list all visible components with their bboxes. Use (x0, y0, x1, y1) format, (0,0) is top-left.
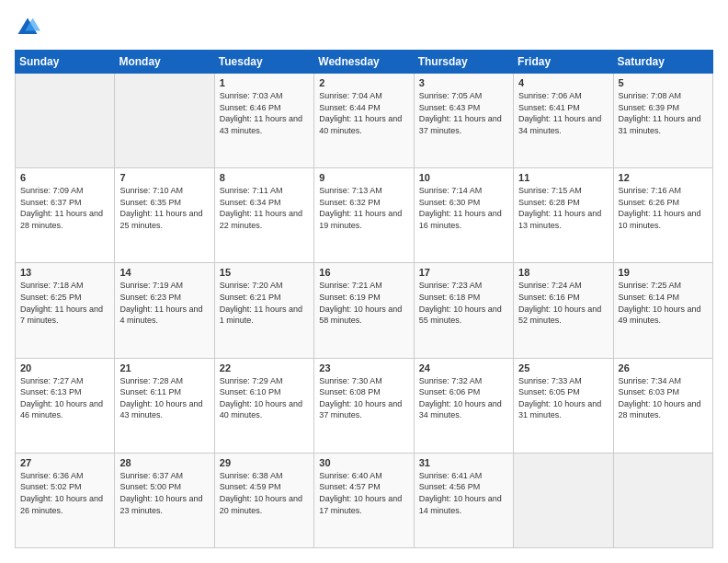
day-number: 25 (518, 362, 608, 373)
day-number: 22 (220, 362, 309, 373)
day-number: 3 (419, 77, 508, 88)
cell-content: Sunrise: 7:13 AM Sunset: 6:32 PM Dayligh… (319, 185, 408, 231)
calendar-cell: 24Sunrise: 7:32 AM Sunset: 6:06 PM Dayli… (414, 358, 513, 453)
calendar-cell: 26Sunrise: 7:34 AM Sunset: 6:03 PM Dayli… (613, 358, 712, 453)
cell-content: Sunrise: 7:15 AM Sunset: 6:28 PM Dayligh… (518, 185, 608, 231)
calendar-cell: 12Sunrise: 7:16 AM Sunset: 6:26 PM Dayli… (613, 168, 712, 263)
calendar-week-row: 13Sunrise: 7:18 AM Sunset: 6:25 PM Dayli… (16, 263, 713, 358)
calendar-header-monday: Monday (115, 51, 214, 74)
cell-content: Sunrise: 7:34 AM Sunset: 6:03 PM Dayligh… (619, 375, 708, 421)
cell-content: Sunrise: 7:08 AM Sunset: 6:39 PM Dayligh… (619, 90, 708, 136)
calendar-cell: 5Sunrise: 7:08 AM Sunset: 6:39 PM Daylig… (613, 74, 712, 168)
cell-content: Sunrise: 7:05 AM Sunset: 6:43 PM Dayligh… (419, 90, 508, 136)
calendar-header-saturday: Saturday (613, 51, 712, 74)
calendar-cell: 27Sunrise: 6:36 AM Sunset: 5:02 PM Dayli… (16, 453, 115, 547)
day-number: 21 (119, 362, 209, 373)
calendar-cell: 17Sunrise: 7:23 AM Sunset: 6:18 PM Dayli… (414, 263, 513, 358)
day-number: 12 (619, 172, 708, 183)
cell-content: Sunrise: 7:04 AM Sunset: 6:44 PM Dayligh… (319, 90, 408, 136)
day-number: 16 (319, 267, 408, 278)
day-number: 6 (20, 172, 109, 183)
cell-content: Sunrise: 7:20 AM Sunset: 6:21 PM Dayligh… (220, 280, 309, 326)
calendar-cell: 4Sunrise: 7:06 AM Sunset: 6:41 PM Daylig… (514, 74, 613, 168)
day-number: 5 (619, 77, 708, 88)
header (15, 15, 713, 40)
calendar-cell: 22Sunrise: 7:29 AM Sunset: 6:10 PM Dayli… (214, 358, 313, 453)
calendar-table: SundayMondayTuesdayWednesdayThursdayFrid… (15, 50, 713, 548)
day-number: 15 (220, 267, 309, 278)
day-number: 18 (518, 267, 608, 278)
day-number: 23 (319, 362, 408, 373)
day-number: 29 (220, 457, 309, 468)
calendar-header-thursday: Thursday (414, 51, 513, 74)
calendar-cell: 6Sunrise: 7:09 AM Sunset: 6:37 PM Daylig… (16, 168, 115, 263)
cell-content: Sunrise: 7:18 AM Sunset: 6:25 PM Dayligh… (20, 280, 109, 326)
cell-content: Sunrise: 7:10 AM Sunset: 6:35 PM Dayligh… (119, 185, 209, 231)
day-number: 17 (419, 267, 508, 278)
cell-content: Sunrise: 7:32 AM Sunset: 6:06 PM Dayligh… (419, 375, 508, 421)
cell-content: Sunrise: 7:09 AM Sunset: 6:37 PM Dayligh… (20, 185, 109, 231)
cell-content: Sunrise: 7:03 AM Sunset: 6:46 PM Dayligh… (220, 90, 309, 136)
calendar-week-row: 20Sunrise: 7:27 AM Sunset: 6:13 PM Dayli… (16, 358, 713, 453)
page: SundayMondayTuesdayWednesdayThursdayFrid… (0, 0, 728, 563)
calendar-cell: 1Sunrise: 7:03 AM Sunset: 6:46 PM Daylig… (214, 74, 313, 168)
cell-content: Sunrise: 7:23 AM Sunset: 6:18 PM Dayligh… (419, 280, 508, 326)
calendar-cell: 31Sunrise: 6:41 AM Sunset: 4:56 PM Dayli… (414, 453, 513, 547)
calendar-cell: 3Sunrise: 7:05 AM Sunset: 6:43 PM Daylig… (414, 74, 513, 168)
calendar-cell: 13Sunrise: 7:18 AM Sunset: 6:25 PM Dayli… (16, 263, 115, 358)
calendar-cell: 28Sunrise: 6:37 AM Sunset: 5:00 PM Dayli… (115, 453, 214, 547)
calendar-cell: 8Sunrise: 7:11 AM Sunset: 6:34 PM Daylig… (214, 168, 313, 263)
calendar-cell (514, 453, 613, 547)
calendar-cell: 19Sunrise: 7:25 AM Sunset: 6:14 PM Dayli… (613, 263, 712, 358)
logo-icon (15, 15, 40, 40)
calendar-header-wednesday: Wednesday (314, 51, 414, 74)
calendar-cell: 14Sunrise: 7:19 AM Sunset: 6:23 PM Dayli… (115, 263, 214, 358)
cell-content: Sunrise: 6:37 AM Sunset: 5:00 PM Dayligh… (119, 470, 209, 516)
calendar-week-row: 27Sunrise: 6:36 AM Sunset: 5:02 PM Dayli… (16, 453, 713, 547)
day-number: 20 (20, 362, 109, 373)
cell-content: Sunrise: 7:21 AM Sunset: 6:19 PM Dayligh… (319, 280, 408, 326)
calendar-week-row: 1Sunrise: 7:03 AM Sunset: 6:46 PM Daylig… (16, 74, 713, 168)
cell-content: Sunrise: 7:33 AM Sunset: 6:05 PM Dayligh… (518, 375, 608, 421)
cell-content: Sunrise: 6:38 AM Sunset: 4:59 PM Dayligh… (220, 470, 309, 516)
day-number: 31 (419, 457, 508, 468)
calendar-week-row: 6Sunrise: 7:09 AM Sunset: 6:37 PM Daylig… (16, 168, 713, 263)
calendar-cell: 11Sunrise: 7:15 AM Sunset: 6:28 PM Dayli… (514, 168, 613, 263)
day-number: 24 (419, 362, 508, 373)
calendar-cell: 18Sunrise: 7:24 AM Sunset: 6:16 PM Dayli… (514, 263, 613, 358)
cell-content: Sunrise: 7:06 AM Sunset: 6:41 PM Dayligh… (518, 90, 608, 136)
cell-content: Sunrise: 7:25 AM Sunset: 6:14 PM Dayligh… (619, 280, 708, 326)
day-number: 13 (20, 267, 109, 278)
day-number: 26 (619, 362, 708, 373)
calendar-cell (16, 74, 115, 168)
calendar-header-friday: Friday (514, 51, 613, 74)
cell-content: Sunrise: 6:41 AM Sunset: 4:56 PM Dayligh… (419, 470, 508, 516)
cell-content: Sunrise: 6:40 AM Sunset: 4:57 PM Dayligh… (319, 470, 408, 516)
calendar-cell: 23Sunrise: 7:30 AM Sunset: 6:08 PM Dayli… (314, 358, 414, 453)
calendar-cell (613, 453, 712, 547)
calendar-header-row: SundayMondayTuesdayWednesdayThursdayFrid… (16, 51, 713, 74)
cell-content: Sunrise: 7:29 AM Sunset: 6:10 PM Dayligh… (220, 375, 309, 421)
calendar-cell: 10Sunrise: 7:14 AM Sunset: 6:30 PM Dayli… (414, 168, 513, 263)
day-number: 30 (319, 457, 408, 468)
calendar-cell: 30Sunrise: 6:40 AM Sunset: 4:57 PM Dayli… (314, 453, 414, 547)
cell-content: Sunrise: 7:19 AM Sunset: 6:23 PM Dayligh… (119, 280, 209, 326)
calendar-cell: 29Sunrise: 6:38 AM Sunset: 4:59 PM Dayli… (214, 453, 313, 547)
day-number: 9 (319, 172, 408, 183)
day-number: 4 (518, 77, 608, 88)
day-number: 1 (220, 77, 309, 88)
calendar-cell: 16Sunrise: 7:21 AM Sunset: 6:19 PM Dayli… (314, 263, 414, 358)
calendar-cell: 7Sunrise: 7:10 AM Sunset: 6:35 PM Daylig… (115, 168, 214, 263)
day-number: 28 (119, 457, 209, 468)
cell-content: Sunrise: 7:28 AM Sunset: 6:11 PM Dayligh… (119, 375, 209, 421)
day-number: 10 (419, 172, 508, 183)
cell-content: Sunrise: 7:30 AM Sunset: 6:08 PM Dayligh… (319, 375, 408, 421)
calendar-cell (115, 74, 214, 168)
day-number: 2 (319, 77, 408, 88)
day-number: 11 (518, 172, 608, 183)
cell-content: Sunrise: 7:14 AM Sunset: 6:30 PM Dayligh… (419, 185, 508, 231)
cell-content: Sunrise: 7:24 AM Sunset: 6:16 PM Dayligh… (518, 280, 608, 326)
calendar-cell: 20Sunrise: 7:27 AM Sunset: 6:13 PM Dayli… (16, 358, 115, 453)
calendar-header-tuesday: Tuesday (214, 51, 313, 74)
calendar-cell: 9Sunrise: 7:13 AM Sunset: 6:32 PM Daylig… (314, 168, 414, 263)
